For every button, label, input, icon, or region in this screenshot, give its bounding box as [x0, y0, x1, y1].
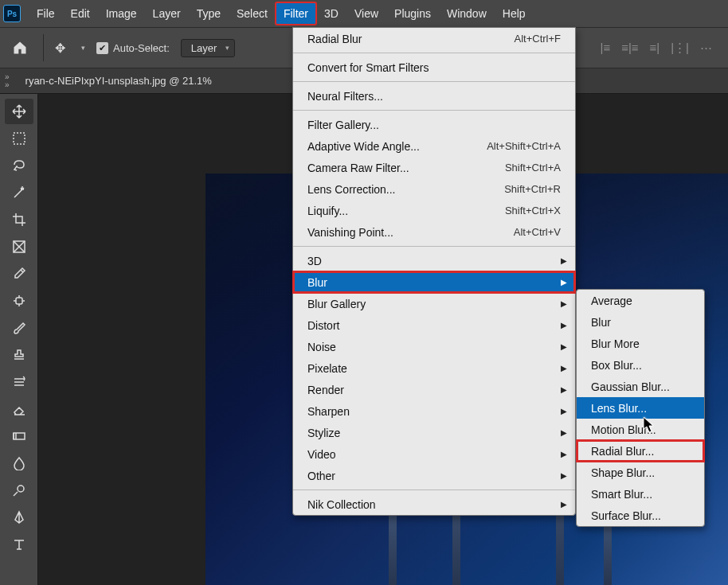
filter-menu-item[interactable]: Vanishing Point...Alt+Ctrl+V	[293, 221, 575, 243]
eyedropper-tool[interactable]	[5, 261, 33, 287]
menu-file[interactable]: File	[29, 2, 63, 25]
layer-select[interactable]: Layer ▾	[181, 39, 236, 57]
stamp-tool[interactable]	[5, 342, 33, 368]
blur-submenu-item[interactable]: Surface Blur...	[577, 505, 704, 526]
eraser-tool[interactable]	[5, 396, 33, 422]
filter-menu-item[interactable]: Noise▶	[293, 336, 575, 357]
auto-select-checkbox[interactable]: ✔	[96, 42, 108, 54]
blur-submenu-item[interactable]: Radial Blur...	[577, 440, 704, 462]
menu-item-label: Render	[307, 384, 561, 396]
move-tool-icon[interactable]: ✥	[55, 41, 65, 56]
menu-layer[interactable]: Layer	[145, 2, 189, 25]
blur-submenu-item[interactable]: Blur More	[577, 333, 704, 354]
menu-item-label: Smart Blur...	[591, 488, 690, 501]
lasso-tool[interactable]	[5, 153, 33, 178]
filter-menu-item[interactable]: Neural Filters...	[293, 85, 575, 107]
filter-menu-item[interactable]: Other▶	[293, 465, 575, 486]
move-tool[interactable]	[5, 99, 33, 124]
cursor-icon	[644, 417, 656, 433]
menu-window[interactable]: Window	[439, 2, 495, 25]
frame-tool[interactable]	[5, 234, 33, 259]
menu-help[interactable]: Help	[495, 2, 534, 25]
history-tool[interactable]	[5, 369, 33, 395]
distribute-v-icon[interactable]: |⋮|	[671, 41, 689, 55]
crop-tool[interactable]	[5, 207, 33, 232]
menu-item-label: Lens Blur...	[591, 402, 690, 415]
filter-menu: Radial BlurAlt+Ctrl+FConvert for Smart F…	[292, 27, 576, 516]
filter-menu-item[interactable]: Video▶	[293, 443, 575, 465]
filter-menu-item[interactable]: Liquify...Shift+Ctrl+X	[293, 200, 575, 221]
pen-tool[interactable]	[5, 505, 33, 530]
menu-item-label: Distort	[307, 319, 561, 332]
menu-item-shortcut: Shift+Ctrl+X	[505, 205, 561, 216]
menu-item-label: 3D	[307, 255, 561, 267]
dodge-tool[interactable]	[5, 478, 33, 503]
blur-submenu-item[interactable]: Gaussian Blur...	[577, 376, 704, 397]
menu-type[interactable]: Type	[189, 2, 229, 25]
gradient-tool[interactable]	[5, 423, 33, 449]
submenu-arrow-icon: ▶	[561, 407, 567, 415]
menu-item-label: Vanishing Point...	[307, 226, 488, 239]
home-button[interactable]	[8, 36, 32, 60]
menu-item-label: Blur	[591, 316, 690, 329]
blur-submenu-item[interactable]: Average	[577, 290, 704, 311]
menu-item-label: Lens Correction...	[307, 183, 479, 196]
blur-submenu-item[interactable]: Blur	[577, 311, 704, 333]
menu-3d[interactable]: 3D	[316, 2, 346, 25]
more-align-icon[interactable]: ⋯	[700, 41, 712, 55]
align-left-icon[interactable]: |≡	[600, 41, 610, 55]
menu-image[interactable]: Image	[98, 2, 145, 25]
blur-tool[interactable]	[5, 450, 33, 476]
menu-item-label: Neural Filters...	[307, 90, 561, 103]
blur-submenu-item[interactable]: Smart Blur...	[577, 483, 704, 505]
brush-tool[interactable]	[5, 315, 33, 341]
menu-item-label: Average	[591, 294, 690, 307]
menu-item-label: Stylize	[307, 427, 561, 439]
menu-edit[interactable]: Edit	[63, 2, 98, 25]
align-right-icon[interactable]: ≡|	[650, 41, 660, 55]
menu-plugins[interactable]: Plugins	[386, 2, 439, 25]
blur-submenu-item[interactable]: Box Blur...	[577, 354, 704, 376]
menu-view[interactable]: View	[346, 2, 386, 25]
tabs-overflow-icon[interactable]: »»	[5, 73, 10, 89]
tool-preset-caret-icon[interactable]: ▾	[81, 44, 85, 52]
filter-menu-item[interactable]: Filter Gallery...	[293, 114, 575, 135]
menu-filter[interactable]: Filter	[276, 2, 316, 25]
document-tab[interactable]: ryan-c-NEiPIxpYI-unsplash.jpg @ 21.1%	[25, 75, 212, 87]
menu-item-label: Surface Blur...	[591, 509, 690, 522]
menu-select[interactable]: Select	[229, 2, 276, 25]
submenu-arrow-icon: ▶	[561, 471, 567, 480]
filter-menu-item[interactable]: Blur Gallery▶	[293, 293, 575, 314]
filter-menu-item[interactable]: Sharpen▶	[293, 400, 575, 422]
blur-submenu-item[interactable]: Motion Blur...	[577, 419, 704, 440]
filter-menu-item[interactable]: Distort▶	[293, 314, 575, 336]
filter-menu-item[interactable]: Nik Collection▶	[293, 493, 575, 515]
blur-submenu-item[interactable]: Lens Blur...	[577, 397, 704, 419]
filter-menu-item[interactable]: Adaptive Wide Angle...Alt+Shift+Ctrl+A	[293, 135, 575, 157]
filter-menu-item[interactable]: Lens Correction...Shift+Ctrl+R	[293, 178, 575, 200]
healing-tool[interactable]	[5, 288, 33, 314]
menu-item-label: Box Blur...	[591, 359, 690, 372]
marquee-tool[interactable]	[5, 126, 33, 151]
submenu-arrow-icon: ▶	[561, 450, 567, 458]
filter-menu-item[interactable]: Camera Raw Filter...Shift+Ctrl+A	[293, 157, 575, 178]
wand-tool[interactable]	[5, 180, 33, 205]
type-tool[interactable]	[5, 532, 33, 557]
filter-menu-item[interactable]: Radial BlurAlt+Ctrl+F	[293, 28, 575, 49]
filter-menu-item[interactable]: Convert for Smart Filters	[293, 57, 575, 78]
menu-item-label: Gaussian Blur...	[591, 380, 690, 393]
align-center-h-icon[interactable]: ≡|≡	[621, 41, 638, 55]
svg-rect-2	[16, 298, 22, 304]
menu-item-label: Shape Blur...	[591, 466, 690, 479]
filter-menu-item[interactable]: 3D▶	[293, 250, 575, 271]
submenu-arrow-icon: ▶	[561, 278, 567, 287]
filter-menu-item[interactable]: Stylize▶	[293, 422, 575, 443]
divider	[43, 34, 44, 61]
submenu-arrow-icon: ▶	[561, 342, 567, 351]
submenu-arrow-icon: ▶	[561, 428, 567, 437]
blur-submenu-item[interactable]: Shape Blur...	[577, 462, 704, 483]
filter-menu-item[interactable]: Pixelate▶	[293, 357, 575, 379]
filter-menu-item[interactable]: Render▶	[293, 379, 575, 400]
menu-separator	[293, 246, 575, 247]
filter-menu-item[interactable]: Blur▶	[293, 271, 575, 293]
